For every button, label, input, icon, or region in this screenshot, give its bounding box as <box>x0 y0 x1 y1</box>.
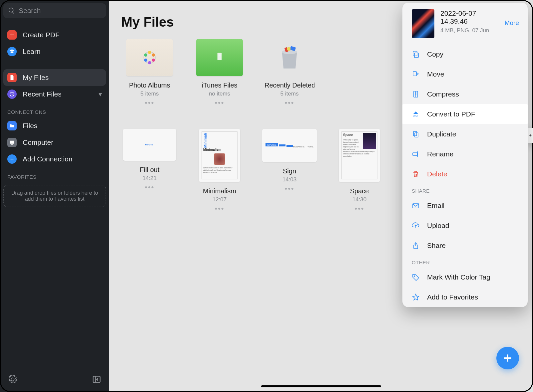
computer-icon <box>7 138 17 147</box>
svg-point-25 <box>414 276 415 277</box>
search-placeholder: Search <box>19 7 41 15</box>
svg-point-4 <box>148 51 151 54</box>
svg-point-7 <box>148 61 151 65</box>
learn-icon <box>7 47 17 56</box>
menu-copy[interactable]: Copy <box>402 44 528 64</box>
chevron-down-icon: ▾ <box>99 90 102 98</box>
menu-email[interactable]: Email <box>402 196 528 216</box>
svg-text:PDF: PDF <box>413 115 418 117</box>
upload-icon <box>412 222 420 230</box>
rename-icon <box>412 150 420 158</box>
star-icon <box>412 293 420 301</box>
context-subtitle: 4 MB, PNG, 07 Jun <box>440 27 499 34</box>
svg-rect-16 <box>413 51 417 56</box>
menu-share[interactable]: Share <box>402 236 528 256</box>
trash-icon <box>412 170 420 178</box>
svg-point-8 <box>144 59 148 62</box>
add-connection-label: Add Connection <box>23 155 72 163</box>
clock-icon <box>7 90 17 99</box>
menu-duplicate[interactable]: Duplicate <box>402 124 528 144</box>
menu-rename[interactable]: Rename <box>402 144 528 164</box>
photos-folder-thumb <box>126 39 173 76</box>
menu-add-favorite[interactable]: Add to Favorites <box>402 287 528 307</box>
svg-rect-22 <box>413 153 417 155</box>
menu-upload[interactable]: Upload <box>402 216 528 236</box>
settings-button[interactable] <box>8 375 17 385</box>
sidebar-item-my-files[interactable]: My Files <box>3 69 106 86</box>
search-icon <box>8 7 15 14</box>
home-indicator <box>261 385 381 387</box>
share-section-label: SHARE <box>402 184 528 196</box>
sidebar-item-recent[interactable]: Recent Files ▾ <box>3 86 106 102</box>
file-icon <box>7 73 17 82</box>
svg-point-6 <box>152 59 155 62</box>
svg-rect-23 <box>413 204 419 208</box>
svg-rect-17 <box>413 72 416 76</box>
learn-button[interactable]: Learn <box>3 43 106 60</box>
menu-color-tag[interactable]: Mark With Color Tag <box>402 267 528 287</box>
sidebar-item-files[interactable]: Files <box>3 117 106 134</box>
svg-rect-15 <box>414 53 418 58</box>
menu-convert-pdf[interactable]: PDFConvert to PDF <box>402 104 528 124</box>
context-title: 2022-06-07 14.39.46 <box>440 9 499 25</box>
context-more-button[interactable]: More <box>505 19 519 27</box>
menu-delete[interactable]: Delete <box>402 164 528 184</box>
folder-icon <box>7 121 17 130</box>
pdf-icon: PDF <box>412 110 420 118</box>
files-label: Files <box>23 122 37 130</box>
email-icon <box>412 202 420 210</box>
sidebar: Search Create PDF Learn My Files Recent … <box>0 0 109 392</box>
add-button[interactable] <box>496 347 519 369</box>
svg-point-5 <box>152 54 155 57</box>
tag-icon <box>412 273 420 281</box>
svg-rect-1 <box>10 141 14 144</box>
duplicate-icon <box>412 130 420 138</box>
context-thumb <box>412 9 434 38</box>
gear-icon <box>8 375 17 384</box>
svg-rect-21 <box>415 133 418 137</box>
collapse-sidebar-button[interactable] <box>92 375 101 385</box>
sidebar-item-computer[interactable]: Computer <box>3 134 106 151</box>
collapse-icon <box>92 375 101 384</box>
main-view: ••• My Files Photo Albums 5 items ••• iT… <box>109 0 533 392</box>
add-connection-button[interactable]: Add Connection <box>3 151 106 167</box>
move-icon <box>412 70 420 78</box>
plus-icon <box>502 353 513 363</box>
create-pdf-label: Create PDF <box>23 31 60 39</box>
compress-icon <box>412 90 420 98</box>
recent-label: Recent Files <box>23 90 62 98</box>
menu-compress[interactable]: Compress <box>402 84 528 104</box>
context-menu: 2022-06-07 14.39.46 4 MB, PNG, 07 Jun Mo… <box>402 3 528 307</box>
svg-rect-20 <box>413 131 417 136</box>
computer-label: Computer <box>23 138 53 146</box>
create-pdf-button[interactable]: Create PDF <box>3 27 106 43</box>
favorites-dropzone[interactable]: Drag and drop files or folders here to a… <box>3 185 106 207</box>
plus-icon <box>7 154 17 164</box>
favorites-label: FAVORITES <box>0 167 109 182</box>
connections-label: CONNECTIONS <box>0 102 109 117</box>
my-files-label: My Files <box>23 74 49 82</box>
share-icon <box>412 242 420 250</box>
learn-label: Learn <box>23 48 41 56</box>
svg-point-9 <box>144 54 148 57</box>
search-input[interactable]: Search <box>3 3 106 18</box>
menu-move[interactable]: Move <box>402 64 528 84</box>
other-section-label: OTHER <box>402 256 528 267</box>
plus-icon <box>7 30 17 40</box>
copy-icon <box>412 50 420 58</box>
